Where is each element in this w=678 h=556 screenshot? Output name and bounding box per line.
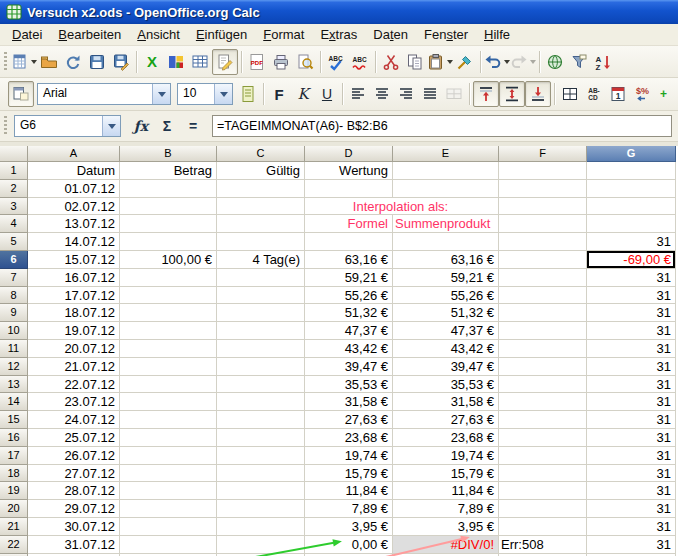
styles-window-button[interactable] — [8, 81, 34, 107]
align-vcenter-button[interactable] — [499, 81, 525, 107]
cell-D13[interactable]: 35,53 € — [305, 376, 393, 394]
cell-C12[interactable] — [217, 358, 305, 376]
align-right-button[interactable] — [394, 82, 418, 106]
cell-B16[interactable] — [120, 429, 217, 447]
cell-F5[interactable] — [499, 233, 587, 251]
redo-dropdown-icon[interactable] — [530, 60, 536, 64]
menu-fenster[interactable]: Fenster — [416, 25, 476, 44]
row-header-18[interactable]: 18 — [0, 465, 28, 483]
name-box-dropdown-icon[interactable] — [102, 116, 120, 136]
spellcheck-button[interactable]: ABC — [324, 50, 348, 74]
cell-G18[interactable]: 31 — [587, 465, 676, 483]
cell-F20[interactable] — [499, 500, 587, 518]
cell-B15[interactable] — [120, 411, 217, 429]
new-spreadsheet-button[interactable] — [11, 50, 37, 74]
cell-B20[interactable] — [120, 500, 217, 518]
cell-C3[interactable] — [217, 198, 305, 216]
cell-F15[interactable] — [499, 411, 587, 429]
cell-E13[interactable]: 35,53 € — [393, 376, 499, 394]
cell-G5[interactable]: 31 — [587, 233, 676, 251]
cell-A9[interactable]: 18.07.12 — [28, 304, 120, 322]
column-header-G[interactable]: G — [587, 146, 676, 162]
cell-A14[interactable]: 23.07.12 — [28, 393, 120, 411]
align-justify-button[interactable] — [418, 82, 442, 106]
cell-F7[interactable] — [499, 269, 587, 287]
name-box[interactable]: G6 — [14, 115, 121, 137]
align-bottom-button[interactable] — [525, 81, 551, 107]
cell-F3[interactable] — [499, 198, 587, 216]
cell-A6[interactable]: 15.07.12 — [28, 251, 120, 269]
cell-E4[interactable]: Summenprodukt — [393, 215, 499, 233]
cell-G11[interactable]: 31 — [587, 340, 676, 358]
underline-button[interactable]: U — [315, 82, 339, 106]
cell-E12[interactable]: 39,47 € — [393, 358, 499, 376]
cell-B2[interactable] — [120, 180, 217, 198]
cell-F6[interactable] — [499, 251, 587, 269]
cell-B8[interactable] — [120, 287, 217, 305]
cell-D4[interactable]: Formel — [305, 215, 393, 233]
cell-F13[interactable] — [499, 376, 587, 394]
wrap-text-button[interactable]: AB- CD — [582, 82, 606, 106]
equals-button[interactable]: = — [180, 115, 206, 137]
row-header-4[interactable]: 4 — [0, 215, 28, 233]
cell-A10[interactable]: 19.07.12 — [28, 322, 120, 340]
row-header-9[interactable]: 9 — [0, 304, 28, 322]
cell-E9[interactable]: 51,32 € — [393, 304, 499, 322]
auto-spellcheck-button[interactable]: ABC — [348, 50, 372, 74]
formula-input[interactable]: =TAGEIMMONAT(A6)- B$2:B6 — [212, 115, 672, 137]
cell-C13[interactable] — [217, 376, 305, 394]
cell-A18[interactable]: 27.07.12 — [28, 465, 120, 483]
font-size-combo-dropdown-icon[interactable] — [214, 84, 232, 104]
align-top-button[interactable] — [473, 81, 499, 107]
cell-B18[interactable] — [120, 465, 217, 483]
cell-B11[interactable] — [120, 340, 217, 358]
document-button[interactable] — [236, 82, 260, 106]
cell-E2[interactable] — [393, 180, 499, 198]
format-paintbrush-button[interactable] — [453, 50, 477, 74]
cell-C1[interactable]: Gültig — [217, 162, 305, 180]
cell-C17[interactable] — [217, 447, 305, 465]
cell-E15[interactable]: 27,63 € — [393, 411, 499, 429]
cell-A7[interactable]: 16.07.12 — [28, 269, 120, 287]
cell-C9[interactable] — [217, 304, 305, 322]
cell-G8[interactable]: 31 — [587, 287, 676, 305]
row-header-5[interactable]: 5 — [0, 233, 28, 251]
menu-ansicht[interactable]: Ansicht — [129, 25, 188, 44]
cell-D15[interactable]: 27,63 € — [305, 411, 393, 429]
cell-A8[interactable]: 17.07.12 — [28, 287, 120, 305]
menu-bearbeiten[interactable]: Bearbeiten — [50, 25, 129, 44]
cell-G14[interactable]: 31 — [587, 393, 676, 411]
cell-E11[interactable]: 43,42 € — [393, 340, 499, 358]
cell-A13[interactable]: 22.07.12 — [28, 376, 120, 394]
cell-A2[interactable]: 01.07.12 — [28, 180, 120, 198]
cell-B19[interactable] — [120, 482, 217, 500]
cell-D14[interactable]: 31,58 € — [305, 393, 393, 411]
borders-button[interactable] — [558, 82, 582, 106]
cell-G4[interactable] — [587, 215, 676, 233]
column-header-A[interactable]: A — [28, 146, 120, 162]
page-preview-button[interactable] — [293, 50, 317, 74]
cell-D7[interactable]: 59,21 € — [305, 269, 393, 287]
cell-A21[interactable]: 30.07.12 — [28, 518, 120, 536]
cell-B21[interactable] — [120, 518, 217, 536]
spreadsheet[interactable]: ABCDEFG1DatumBetragGültigWertung201.07.1… — [0, 146, 678, 556]
row-header-10[interactable]: 10 — [0, 322, 28, 340]
cell-E5[interactable] — [393, 233, 499, 251]
cell-A1[interactable]: Datum — [28, 162, 120, 180]
cell-C4[interactable] — [217, 215, 305, 233]
edit-file-button[interactable] — [212, 49, 238, 75]
hyperlink-button[interactable] — [543, 50, 567, 74]
sort-ascending-button[interactable]: AZ — [591, 50, 615, 74]
cell-G6[interactable]: -69,00 € — [587, 251, 676, 269]
cell-F21[interactable] — [499, 518, 587, 536]
save-as-button[interactable] — [109, 50, 133, 74]
menu-datei[interactable]: Datei — [4, 25, 50, 44]
cell-B14[interactable] — [120, 393, 217, 411]
select-all-corner[interactable] — [0, 146, 28, 162]
cell-G15[interactable]: 31 — [587, 411, 676, 429]
cell-G19[interactable]: 31 — [587, 482, 676, 500]
cell-F8[interactable] — [499, 287, 587, 305]
cell-A17[interactable]: 26.07.12 — [28, 447, 120, 465]
cell-D3[interactable]: Interpolation als: — [305, 198, 499, 216]
cell-B5[interactable] — [120, 233, 217, 251]
